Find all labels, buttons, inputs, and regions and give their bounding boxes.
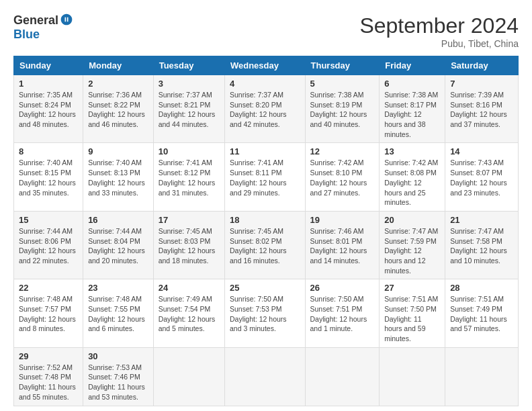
day-number: 25: [230, 283, 300, 293]
calendar-cell-20: 20Sunrise: 7:47 AMSunset: 7:59 PMDayligh…: [380, 211, 445, 279]
calendar-cell-15: 15Sunrise: 7:44 AMSunset: 8:06 PMDayligh…: [14, 211, 83, 279]
day-info: Sunrise: 7:51 AMSunset: 7:49 PMDaylight:…: [450, 295, 507, 332]
day-number: 21: [450, 215, 513, 225]
empty-cell: [445, 347, 519, 406]
header-row: Sunday Monday Tuesday Wednesday Thursday…: [14, 56, 519, 75]
calendar-cell-2: 2Sunrise: 7:36 AMSunset: 8:22 PMDaylight…: [83, 75, 154, 143]
calendar-cell-26: 26Sunrise: 7:50 AMSunset: 7:51 PMDayligh…: [305, 279, 380, 347]
day-info: Sunrise: 7:45 AMSunset: 8:02 PMDaylight:…: [230, 227, 287, 265]
col-sunday: Sunday: [14, 56, 83, 75]
day-info: Sunrise: 7:35 AMSunset: 8:24 PMDaylight:…: [19, 91, 76, 128]
calendar-cell-28: 28Sunrise: 7:51 AMSunset: 7:49 PMDayligh…: [445, 279, 519, 347]
day-info: Sunrise: 7:47 AMSunset: 7:58 PMDaylight:…: [450, 227, 507, 265]
day-info: Sunrise: 7:38 AMSunset: 8:19 PMDaylight:…: [310, 91, 367, 128]
col-thursday: Thursday: [305, 56, 380, 75]
day-number: 30: [88, 351, 148, 361]
calendar-cell-7: 7Sunrise: 7:39 AMSunset: 8:16 PMDaylight…: [445, 75, 519, 143]
empty-cell: [224, 347, 305, 406]
calendar-cell-19: 19Sunrise: 7:46 AMSunset: 8:01 PMDayligh…: [305, 211, 380, 279]
day-number: 18: [230, 215, 300, 225]
day-number: 13: [384, 146, 440, 156]
week-row-2: 15Sunrise: 7:44 AMSunset: 8:06 PMDayligh…: [14, 211, 519, 279]
day-info: Sunrise: 7:48 AMSunset: 7:55 PMDaylight:…: [88, 295, 145, 332]
calendar-cell-25: 25Sunrise: 7:50 AMSunset: 7:53 PMDayligh…: [224, 279, 305, 347]
day-number: 6: [384, 79, 440, 89]
week-row-4: 29Sunrise: 7:52 AMSunset: 7:48 PMDayligh…: [14, 347, 519, 406]
calendar-table: Sunday Monday Tuesday Wednesday Thursday…: [13, 56, 519, 406]
day-number: 29: [19, 351, 78, 361]
location: Pubu, Tibet, China: [359, 38, 519, 49]
day-info: Sunrise: 7:47 AMSunset: 7:59 PMDaylight:…: [384, 227, 438, 275]
col-friday: Friday: [380, 56, 445, 75]
day-number: 22: [19, 283, 78, 293]
title-area: September 2024 Pubu, Tibet, China: [359, 13, 519, 49]
day-info: Sunrise: 7:40 AMSunset: 8:13 PMDaylight:…: [88, 158, 145, 196]
day-info: Sunrise: 7:41 AMSunset: 8:11 PMDaylight:…: [230, 158, 287, 196]
calendar-cell-12: 12Sunrise: 7:42 AMSunset: 8:10 PMDayligh…: [305, 143, 380, 211]
day-info: Sunrise: 7:48 AMSunset: 7:57 PMDaylight:…: [19, 295, 76, 332]
day-number: 14: [450, 146, 513, 156]
calendar-cell-5: 5Sunrise: 7:38 AMSunset: 8:19 PMDaylight…: [305, 75, 380, 143]
day-info: Sunrise: 7:45 AMSunset: 8:03 PMDaylight:…: [159, 227, 216, 265]
calendar-cell-14: 14Sunrise: 7:43 AMSunset: 8:07 PMDayligh…: [445, 143, 519, 211]
calendar-cell-13: 13Sunrise: 7:42 AMSunset: 8:08 PMDayligh…: [380, 143, 445, 211]
day-info: Sunrise: 7:39 AMSunset: 8:16 PMDaylight:…: [450, 91, 507, 128]
day-number: 16: [88, 215, 148, 225]
day-number: 12: [310, 146, 375, 156]
month-title: September 2024: [359, 13, 519, 38]
day-number: 19: [310, 215, 375, 225]
calendar-cell-29: 29Sunrise: 7:52 AMSunset: 7:48 PMDayligh…: [14, 347, 83, 406]
day-number: 15: [19, 215, 78, 225]
calendar-cell-10: 10Sunrise: 7:41 AMSunset: 8:12 PMDayligh…: [153, 143, 224, 211]
day-info: Sunrise: 7:38 AMSunset: 8:17 PMDaylight:…: [384, 91, 438, 138]
day-number: 10: [159, 146, 220, 156]
empty-cell: [305, 347, 380, 406]
day-info: Sunrise: 7:40 AMSunset: 8:15 PMDaylight:…: [19, 158, 76, 196]
day-info: Sunrise: 7:46 AMSunset: 8:01 PMDaylight:…: [310, 227, 367, 265]
day-number: 5: [310, 79, 375, 89]
calendar-cell-9: 9Sunrise: 7:40 AMSunset: 8:13 PMDaylight…: [83, 143, 154, 211]
empty-cell: [380, 347, 445, 406]
day-info: Sunrise: 7:42 AMSunset: 8:08 PMDaylight:…: [384, 158, 438, 206]
calendar-cell-30: 30Sunrise: 7:53 AMSunset: 7:46 PMDayligh…: [83, 347, 154, 406]
day-number: 17: [159, 215, 220, 225]
day-number: 1: [19, 79, 78, 89]
calendar-cell-17: 17Sunrise: 7:45 AMSunset: 8:03 PMDayligh…: [153, 211, 224, 279]
calendar-cell-8: 8Sunrise: 7:40 AMSunset: 8:15 PMDaylight…: [14, 143, 83, 211]
week-row-1: 8Sunrise: 7:40 AMSunset: 8:15 PMDaylight…: [14, 143, 519, 211]
day-number: 3: [159, 79, 220, 89]
calendar-cell-27: 27Sunrise: 7:51 AMSunset: 7:50 PMDayligh…: [380, 279, 445, 347]
calendar-cell-21: 21Sunrise: 7:47 AMSunset: 7:58 PMDayligh…: [445, 211, 519, 279]
day-number: 26: [310, 283, 375, 293]
day-info: Sunrise: 7:42 AMSunset: 8:10 PMDaylight:…: [310, 158, 367, 196]
day-info: Sunrise: 7:50 AMSunset: 7:53 PMDaylight:…: [230, 295, 287, 332]
page-header: General Blue September 2024 Pubu, Tibet,…: [13, 13, 519, 49]
calendar-cell-11: 11Sunrise: 7:41 AMSunset: 8:11 PMDayligh…: [224, 143, 305, 211]
day-number: 2: [88, 79, 148, 89]
calendar-cell-22: 22Sunrise: 7:48 AMSunset: 7:57 PMDayligh…: [14, 279, 83, 347]
day-number: 8: [19, 146, 78, 156]
day-number: 7: [450, 79, 513, 89]
day-info: Sunrise: 7:37 AMSunset: 8:21 PMDaylight:…: [159, 91, 216, 128]
calendar-cell-1: 1Sunrise: 7:35 AMSunset: 8:24 PMDaylight…: [14, 75, 83, 143]
logo-text-blue: Blue: [13, 28, 40, 42]
day-number: 27: [384, 283, 440, 293]
calendar-cell-6: 6Sunrise: 7:38 AMSunset: 8:17 PMDaylight…: [380, 75, 445, 143]
logo: General Blue: [13, 13, 73, 42]
logo-icon: [60, 13, 73, 26]
calendar-cell-4: 4Sunrise: 7:37 AMSunset: 8:20 PMDaylight…: [224, 75, 305, 143]
day-info: Sunrise: 7:43 AMSunset: 8:07 PMDaylight:…: [450, 158, 507, 196]
day-info: Sunrise: 7:50 AMSunset: 7:51 PMDaylight:…: [310, 295, 367, 332]
empty-cell: [153, 347, 224, 406]
day-info: Sunrise: 7:49 AMSunset: 7:54 PMDaylight:…: [159, 295, 216, 332]
day-info: Sunrise: 7:41 AMSunset: 8:12 PMDaylight:…: [159, 158, 216, 196]
day-number: 4: [230, 79, 300, 89]
logo-text-general: General: [13, 13, 58, 28]
col-tuesday: Tuesday: [153, 56, 224, 75]
day-info: Sunrise: 7:36 AMSunset: 8:22 PMDaylight:…: [88, 91, 145, 128]
day-number: 28: [450, 283, 513, 293]
day-number: 20: [384, 215, 440, 225]
calendar-cell-23: 23Sunrise: 7:48 AMSunset: 7:55 PMDayligh…: [83, 279, 154, 347]
col-wednesday: Wednesday: [224, 56, 305, 75]
col-saturday: Saturday: [445, 56, 519, 75]
